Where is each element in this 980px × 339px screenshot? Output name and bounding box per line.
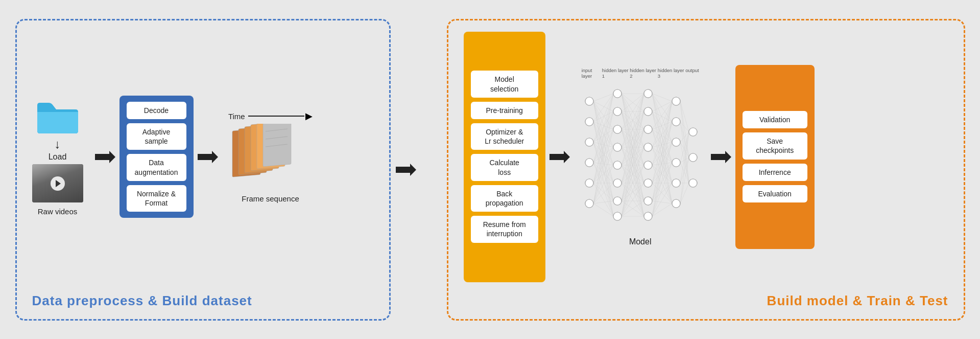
folder-group: ↓ Load Raw videos: [32, 98, 83, 216]
svg-point-235: [613, 212, 622, 220]
svg-point-237: [644, 107, 652, 116]
svg-point-242: [644, 197, 652, 205]
svg-point-239: [644, 143, 652, 151]
svg-line-160: [652, 94, 672, 183]
input-layer-label: input layer: [582, 67, 602, 79]
evaluation-item: Evaluation: [743, 185, 807, 202]
folder-icon: [35, 98, 81, 134]
svg-line-205: [680, 101, 689, 157]
svg-line-156: [652, 94, 672, 101]
load-arrow: ↓ Load: [49, 137, 67, 162]
svg-line-200: [652, 142, 672, 216]
svg-point-250: [689, 128, 697, 136]
right-section: Modelselection Pre-training Optimizer &L…: [447, 19, 965, 321]
output-box: Validation Savecheckpoints Inferrence Ev…: [735, 65, 815, 249]
nn-diagram: [582, 81, 699, 234]
svg-marker-1: [198, 151, 218, 163]
arrow-2: [198, 150, 218, 164]
svg-point-223: [585, 118, 593, 126]
svg-line-176: [652, 142, 672, 147]
right-content-row: Modelselection Pre-training Optimizer &L…: [464, 31, 948, 309]
arrow-4: [549, 150, 570, 164]
svg-point-247: [672, 159, 680, 167]
svg-line-60: [593, 94, 613, 142]
svg-point-240: [644, 161, 652, 169]
svg-point-233: [613, 179, 622, 187]
svg-line-83: [593, 183, 613, 216]
down-arrow-icon: ↓: [55, 137, 61, 151]
hidden-layer-3-label: hidden layer 3: [658, 67, 686, 79]
adaptive-sample-item: Adaptivesample: [127, 123, 186, 150]
svg-line-158: [652, 94, 672, 142]
svg-marker-11: [396, 164, 416, 176]
optimizer-item: Optimizer &Lr scheduler: [471, 123, 538, 150]
svg-line-73: [593, 163, 613, 183]
calculate-loss-item: Calculateloss: [471, 154, 538, 180]
folder-video-col: ↓ Load Raw videos: [32, 98, 91, 216]
svg-marker-0: [95, 151, 115, 163]
svg-point-245: [672, 118, 680, 126]
svg-line-161: [652, 94, 672, 204]
inferrence-item: Inferrence: [743, 164, 807, 181]
arrow-icon-3: [396, 163, 416, 177]
training-box: Modelselection Pre-training Optimizer &L…: [464, 32, 545, 282]
svg-line-63: [593, 142, 613, 147]
svg-line-58: [593, 122, 613, 201]
back-propagation-item: Backpropagation: [471, 185, 538, 212]
svg-point-227: [585, 199, 593, 208]
normalize-format-item: Normalize &Format: [127, 185, 186, 212]
svg-point-228: [613, 89, 622, 98]
svg-line-166: [652, 111, 672, 183]
svg-line-199: [652, 122, 672, 216]
svg-line-211: [680, 142, 689, 157]
model-selection-item: Modelselection: [471, 71, 538, 97]
svg-line-210: [680, 132, 689, 142]
svg-point-229: [613, 107, 622, 116]
svg-line-76: [593, 94, 613, 183]
svg-marker-12: [549, 151, 570, 163]
svg-line-44: [593, 94, 613, 101]
svg-point-231: [613, 143, 622, 151]
pre-training-item: Pre-training: [471, 102, 538, 119]
svg-point-244: [672, 97, 680, 105]
svg-line-212: [680, 142, 689, 183]
left-section-label: Data preprocess & Build dataset: [32, 293, 252, 309]
svg-point-249: [672, 199, 680, 208]
neural-network-group: input layer hidden layer 1 hidden layer …: [582, 67, 699, 246]
right-section-label: Build model & Train & Test: [767, 293, 948, 309]
left-content-row: ↓ Load Raw videos Decode Adaptive: [32, 31, 374, 309]
svg-line-220: [680, 157, 689, 204]
output-layer-label: output: [685, 67, 699, 79]
svg-point-241: [644, 179, 652, 187]
svg-point-234: [613, 197, 622, 205]
svg-marker-253: [711, 151, 731, 163]
svg-line-174: [652, 101, 672, 147]
arrow-5: [711, 150, 731, 164]
svg-line-168: [652, 101, 672, 129]
left-section: ↓ Load Raw videos Decode Adaptive: [15, 19, 391, 321]
arrow-icon-4: [549, 150, 570, 164]
svg-point-238: [644, 125, 652, 133]
main-container: ↓ Load Raw videos Decode Adaptive: [15, 11, 965, 328]
hidden-layer-1-label: hidden layer 1: [602, 67, 630, 79]
svg-point-236: [644, 89, 652, 98]
arrow-icon-5: [711, 150, 731, 164]
decode-item: Decode: [127, 102, 186, 119]
frame-sequence-label: Frame sequence: [242, 194, 299, 203]
svg-point-230: [613, 125, 622, 133]
play-icon: [51, 176, 65, 191]
arrow-3: [396, 163, 416, 177]
frame-group: Time ▶: [227, 110, 314, 203]
svg-line-72: [593, 163, 613, 165]
process-box: Decode Adaptivesample Dataaugmentation N…: [119, 96, 194, 218]
svg-point-248: [672, 179, 680, 187]
raw-videos-label: Raw videos: [38, 207, 78, 216]
load-label: Load: [49, 152, 67, 162]
svg-point-225: [585, 159, 593, 167]
model-label: Model: [629, 237, 652, 246]
save-checkpoints-item: Savecheckpoints: [743, 132, 807, 159]
time-arrow-wrap: Time ▶: [228, 110, 313, 122]
nn-layer-labels: input layer hidden layer 1 hidden layer …: [582, 67, 699, 79]
video-thumbnail: [32, 164, 83, 202]
svg-point-222: [585, 97, 593, 105]
